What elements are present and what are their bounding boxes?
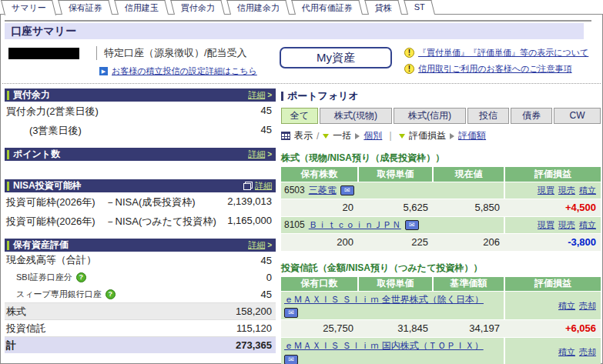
filter-all[interactable]: 全て bbox=[281, 108, 318, 124]
top-tab-bar: サマリー 保有証券 信用建玉 買付余力 信用建余力 代用有価証券 貸株 ST bbox=[0, 0, 603, 15]
tab-holdings[interactable]: 保有証券 bbox=[62, 0, 112, 15]
fund-nav: 34,197 bbox=[433, 320, 504, 338]
mail-icon[interactable]: ✉ bbox=[405, 220, 419, 230]
stock-code: 8105 bbox=[284, 219, 305, 230]
funds-total-row: 投資信託 115,120 bbox=[5, 319, 276, 336]
valuation-amount-toggle[interactable]: 評価額 bbox=[458, 129, 486, 142]
filter-cw[interactable]: CW bbox=[554, 108, 601, 124]
sbi-account-row: SBI証券口座分? 0 bbox=[5, 269, 276, 286]
account-info-row: 特定口座（源泉徴収）/配当受入 ▶ お客様の積立投信の設定詳細はこちら My資産… bbox=[8, 46, 596, 77]
tab-margin-buying-power[interactable]: 信用建余力 bbox=[230, 0, 290, 15]
fund-pl: +6,056 bbox=[504, 320, 601, 338]
filter-bonds[interactable]: 債券 bbox=[511, 108, 552, 124]
tsumitate-link[interactable]: 積立 bbox=[558, 301, 575, 310]
display-label: 表示 bbox=[294, 129, 313, 142]
individual-toggle[interactable]: 個別 bbox=[363, 129, 382, 142]
buying-power-detail-link[interactable]: 詳細> bbox=[248, 89, 276, 101]
stock-name-row: 8105ＢｉｔｃｏｉｎＪＰＮ✉ 現買現売積立 bbox=[281, 216, 601, 233]
filter-stock-cash[interactable]: 株式(現物) bbox=[320, 108, 392, 124]
sell-cash-link[interactable]: 現売 bbox=[558, 220, 575, 229]
my-assets-button[interactable]: My資産 bbox=[280, 47, 392, 68]
tsumitate-link[interactable]: 積立 bbox=[579, 220, 596, 229]
sell-link[interactable]: 売却 bbox=[579, 301, 596, 310]
stock-cost: 5,625 bbox=[358, 199, 433, 216]
tsumitate-link[interactable]: 積立 bbox=[558, 347, 575, 356]
summary-left-column: 買付余力 詳細> 買付余力(2営業日後) 45 (3営業日後) 45 ポイント数… bbox=[5, 88, 276, 364]
stock-name-row: 6503三菱電✉ 現買現売積立 bbox=[281, 182, 601, 199]
points-section-header: ポイント数 詳細> bbox=[5, 148, 276, 161]
stock-price: 206 bbox=[433, 233, 504, 251]
portfolio-filter-tabs: 全て 株式(現物) 株式(信用) 投信 債券 CW bbox=[281, 108, 601, 124]
tab-buying-power[interactable]: 買付余力 bbox=[174, 0, 225, 15]
batch-toggle[interactable]: 一括 bbox=[333, 129, 351, 142]
help-icon[interactable]: ? bbox=[106, 289, 116, 299]
tab-collateral[interactable]: 代用有価証券 bbox=[295, 0, 363, 15]
stock-actions: 現買現売積立 bbox=[504, 182, 601, 199]
green-accent-bar bbox=[7, 150, 9, 159]
valuation-pl-toggle[interactable]: 評価損益 bbox=[409, 129, 446, 142]
grand-total-value: 273,365 bbox=[236, 339, 274, 351]
stock-qty: 200 bbox=[281, 233, 358, 251]
nisa-growth-value: 2,139,013 bbox=[227, 195, 274, 209]
triangle-down-icon bbox=[399, 134, 405, 139]
filter-funds[interactable]: 投信 bbox=[467, 108, 509, 124]
buy-cash-link[interactable]: 現買 bbox=[538, 220, 554, 229]
tsumitate-link[interactable]: 積立 bbox=[579, 185, 596, 195]
navy-accent-bar bbox=[281, 92, 283, 101]
page-title: 口座サマリー bbox=[5, 23, 584, 39]
table-display-icon bbox=[281, 132, 290, 140]
stock-name-link[interactable]: 三菱電 bbox=[309, 185, 337, 195]
stock-price: 5,850 bbox=[433, 199, 504, 216]
tab-summary[interactable]: サマリー bbox=[5, 0, 56, 15]
stock-code: 6503 bbox=[284, 185, 305, 195]
fund-actions: 積立売却 bbox=[504, 338, 601, 364]
stock-cost: 225 bbox=[358, 233, 433, 251]
filter-stock-margin[interactable]: 株式(信用) bbox=[394, 108, 466, 124]
tab-st[interactable]: ST bbox=[407, 0, 435, 15]
mail-icon[interactable]: ✉ bbox=[284, 355, 298, 364]
cash-total-row: 現金残高等（合計） 45 bbox=[5, 252, 276, 269]
portfolio-toolbar: 表示 / 一括 個別 ｜ 評価損益 評価額 bbox=[281, 129, 601, 142]
nisa-detail-link[interactable]: 詳細 bbox=[243, 180, 276, 192]
buy-cash-link[interactable]: 現買 bbox=[538, 185, 554, 195]
triangle-right-icon bbox=[355, 133, 360, 139]
stock-values-row: 20 5,625 5,850 +4,500 bbox=[281, 199, 601, 216]
nisa-growth-row: 投資可能枠(2026年) －NISA(成長投資枠) 2,139,013 bbox=[5, 192, 276, 212]
warning-icon: ! bbox=[404, 64, 414, 74]
stock-name-link[interactable]: ＢｉｔｃｏｉｎＪＰＮ bbox=[309, 219, 401, 230]
mail-icon[interactable]: ✉ bbox=[284, 308, 298, 318]
tsumitate-settings-link[interactable]: お客様の積立投信の設定詳細はこちら bbox=[112, 65, 257, 77]
assets-section-header: 保有資産評価 詳細> bbox=[5, 239, 276, 252]
assets-detail-link[interactable]: 詳細> bbox=[248, 239, 276, 251]
tab-stock-lending[interactable]: 貸株 bbox=[368, 0, 402, 15]
stock-values-row: 200 225 206 -3,800 bbox=[281, 233, 601, 251]
price-display-notice-link[interactable]: 『買付単価』『評価単価』等の表示について bbox=[418, 47, 588, 58]
fund-values-row: 25,750 31,845 34,197 +6,056 bbox=[281, 320, 601, 338]
popup-window-icon bbox=[243, 182, 253, 190]
margin-caution-notice-link[interactable]: 信用取引ご利用のお客様へのご注意事項 bbox=[418, 63, 572, 75]
nisa-tsumitate-row: 投資可能枠(2026年) －NISA(つみたて投資枠) 1,165,000 bbox=[5, 212, 276, 231]
buying-power-t3-value: 45 bbox=[261, 124, 274, 138]
points-detail-link[interactable]: 詳細> bbox=[248, 149, 276, 160]
portfolio-title: ポートフォリオ bbox=[287, 89, 359, 103]
fund-name-row: ｅＭＡＸＩＳ Ｓｌｉｍ 国内株式（ＴＯＰＩＸ） ✉ 積立売却 bbox=[281, 338, 601, 364]
sbi-account-value: 0 bbox=[266, 272, 274, 283]
fund-qty: 25,750 bbox=[281, 320, 358, 338]
account-type-label: 特定口座（源泉徴収）/配当受入 bbox=[96, 46, 247, 60]
stocks-header-row: 保有株数 取得単価 現在値 評価損益 bbox=[281, 167, 601, 182]
sell-cash-link[interactable]: 現売 bbox=[558, 185, 575, 195]
sell-link[interactable]: 売却 bbox=[579, 347, 596, 356]
funds-total-value: 115,120 bbox=[236, 322, 274, 334]
arrow-right-icon: ▶ bbox=[99, 67, 108, 75]
nisa-tsumitate-value: 1,165,000 bbox=[227, 215, 274, 229]
triangle-right-icon bbox=[450, 133, 454, 139]
stock-qty: 20 bbox=[281, 199, 358, 216]
green-accent-bar bbox=[7, 241, 9, 250]
help-icon[interactable]: ? bbox=[76, 272, 86, 282]
fund-name-link[interactable]: ｅＭＡＸＩＳ Ｓｌｉｍ 国内株式（ＴＯＰＩＸ） bbox=[284, 340, 484, 351]
fund-name-link[interactable]: ｅＭＡＸＩＳ Ｓｌｉｍ 全世界株式（除く日本） bbox=[284, 294, 484, 305]
funds-table: 保有口数 取得単価 基準価額 評価損益 ｅＭＡＸＩＳ Ｓｌｉｍ 全世界株式（除く… bbox=[281, 277, 601, 364]
tab-margin-positions[interactable]: 信用建玉 bbox=[118, 0, 169, 15]
mail-icon[interactable]: ✉ bbox=[340, 185, 354, 195]
buying-power-row: (3営業日後) 45 bbox=[5, 121, 276, 140]
